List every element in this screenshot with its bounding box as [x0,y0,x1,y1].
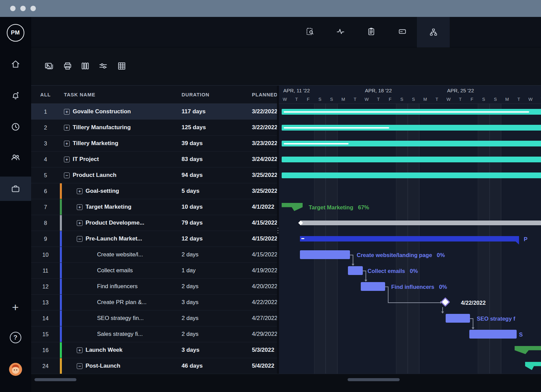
column-header-planned-start[interactable]: PLANNED START [249,92,277,97]
help-icon[interactable]: ? [10,332,21,343]
day-letter: S [408,97,420,102]
expand-toggle-icon[interactable]: − [64,172,70,178]
table-row[interactable]: 2+Tillery Manufacturing125 days3/22/2022 [31,120,277,136]
day-letter: T [536,97,541,102]
filter-sliders-icon[interactable] [98,61,108,72]
projects-photo-icon[interactable] [44,61,54,72]
team-icon[interactable] [10,152,21,162]
table-row[interactable]: 6+Goal-setting5 days3/25/2022 [31,183,277,199]
summary-bar[interactable] [282,157,541,162]
expand-toggle-icon[interactable]: − [77,236,83,242]
clock-icon[interactable] [10,122,21,132]
summary-endcap[interactable] [515,346,541,354]
task-bar[interactable] [361,282,385,291]
bar-percent: 0% [439,284,447,290]
expand-toggle-icon[interactable]: − [77,363,83,369]
app-window: PM + ? [0,0,541,392]
duration-value: 2 days [178,283,249,290]
expand-toggle-icon[interactable]: + [77,188,83,194]
table-row[interactable]: 5−Product Launch94 days3/25/2022 [31,167,277,183]
milestone-diamond[interactable] [441,297,450,307]
task-name: IT Project [73,156,99,163]
notifications-bell-icon[interactable] [10,90,21,100]
window-control-dot[interactable] [20,6,26,11]
table-row[interactable]: 11Collect emails1 day4/19/2022 [31,263,277,279]
table-row[interactable]: 15Sales strategy fi...2 days4/29/2022 [31,326,277,342]
task-cell: Find influencers [60,279,178,294]
task-bar[interactable] [348,266,363,275]
print-icon[interactable] [63,61,73,72]
table-row[interactable]: 16+Launch Week3 days5/3/2022 [31,342,277,358]
duration-value: 117 days [178,108,249,115]
row-color-strip [60,247,62,262]
column-header-task-name[interactable]: TASK NAME [60,92,178,97]
expand-toggle-icon[interactable]: + [77,347,83,353]
pm-logo[interactable]: PM [7,24,24,42]
week-labels: APR, 11 '22APR, 18 '22APR, 25 '22 [279,86,541,94]
dependency-line [353,255,353,264]
columns-icon[interactable] [80,61,90,72]
table-row[interactable]: 9−Pre-Launch Market...12 days4/15/2022 [31,231,277,247]
task-bar[interactable] [446,314,470,323]
column-header-duration[interactable]: DURATION [178,92,249,97]
task-name: SEO strategy fin... [97,315,144,322]
summary-endcap[interactable] [282,203,303,211]
table-row[interactable]: 4+IT Project83 days3/24/2022 [31,152,277,167]
home-icon[interactable] [10,59,21,69]
table-row[interactable]: 14SEO strategy fin...2 days4/27/2022 [31,310,277,326]
expand-toggle-icon[interactable]: + [77,204,83,210]
row-number: 12 [31,283,60,290]
table-scrollbar-thumb[interactable] [34,378,76,381]
task-name: Pre-Launch Market... [86,235,142,242]
task-cell: +Launch Week [60,342,178,358]
user-avatar[interactable] [8,362,23,376]
expand-toggle-icon[interactable]: + [64,157,70,162]
table-row[interactable]: 10Create website/l...2 days4/15/2022 [31,247,277,263]
summary-bar-blue[interactable] [300,236,519,241]
workflow-tab-active[interactable] [417,17,450,47]
bar-label: SEO strategy f [477,314,515,323]
column-header-all[interactable]: ALL [31,92,60,97]
expand-toggle-icon[interactable]: + [64,109,70,115]
expand-toggle-icon[interactable]: + [64,141,70,146]
task-bar[interactable] [469,330,517,339]
expand-toggle-icon[interactable]: + [64,125,70,131]
window-control-dot[interactable] [10,6,16,11]
table-row[interactable]: 24−Post-Launch46 days5/4/2022 [31,358,277,374]
add-icon[interactable]: + [12,301,19,314]
window-control-dot[interactable] [30,6,36,11]
bar-label: S [519,330,523,339]
task-cell: +Tillery Marketing [60,136,178,151]
day-letter: T [454,97,466,102]
table-row[interactable]: 8+Product Developme...79 days4/15/2022 [31,215,277,231]
table-row[interactable]: 3+Tillery Marketing39 days3/23/2022 [31,136,277,152]
summary-bar-gray[interactable] [300,221,541,225]
task-bar[interactable] [300,250,350,259]
summary-bar[interactable] [282,172,541,178]
table-grid-icon[interactable] [117,61,127,72]
summary-bar[interactable] [282,125,541,131]
duration-value: 5 days [178,188,249,194]
planned-start-value: 4/15/2022 [249,235,277,242]
dependency-arrow-icon [352,264,354,266]
gantt-body: Target Marketing67%PCreate website/landi… [279,104,541,374]
activity-icon[interactable] [336,27,345,38]
week-label: APR, 11 '22 [283,88,310,93]
expand-toggle-icon[interactable]: + [77,220,83,226]
search-document-icon[interactable] [305,27,315,38]
summary-endcap[interactable] [525,362,541,370]
briefcase-icon[interactable] [10,184,21,194]
report-icon[interactable] [367,27,376,38]
drag-handle-icon[interactable] [298,221,303,225]
summary-bar[interactable] [282,141,541,146]
gantt-scrollbar-thumb[interactable] [348,378,400,381]
table-row[interactable]: 7+Target Marketing10 days4/1/2022 [31,199,277,215]
table-row[interactable]: 13Create PR plan &...3 days4/22/2022 [31,295,277,310]
left-sidebar: PM + ? [0,17,31,392]
table-row[interactable]: 12Find influencers2 days4/20/2022 [31,279,277,295]
task-name: Tillery Marketing [73,140,118,147]
top-toolbar [31,17,541,47]
summary-bar[interactable] [282,109,541,115]
card-icon[interactable] [398,27,407,38]
table-row[interactable]: 1+Govalle Construction117 days3/22/2022 [31,104,277,120]
